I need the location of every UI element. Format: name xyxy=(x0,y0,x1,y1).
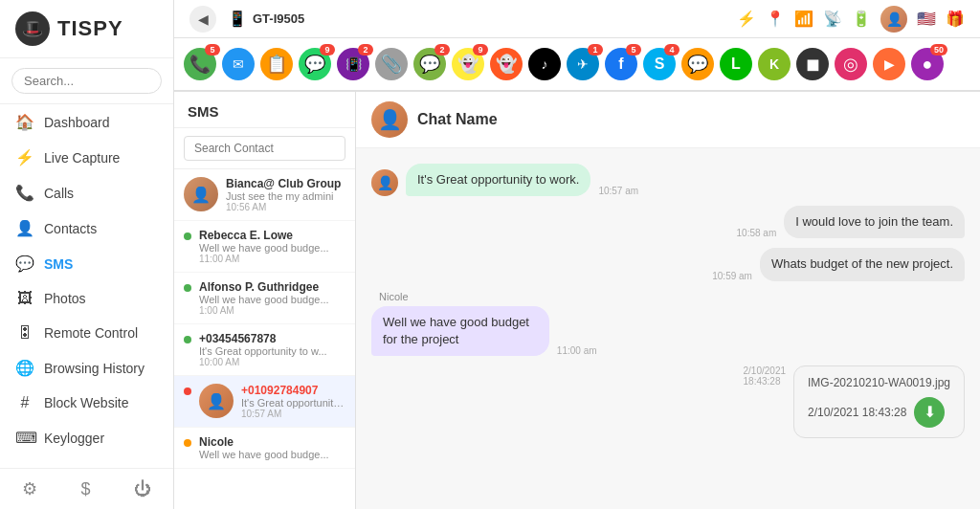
app-record[interactable]: ▶ xyxy=(873,48,905,80)
phone-badge: 5 xyxy=(205,44,220,55)
logo-area: 🎩 TISPY xyxy=(0,0,173,58)
contact-info-nicole: Nicole Well we have good budge... xyxy=(199,435,345,460)
home-icon: 🏠 xyxy=(15,113,34,131)
sidebar-bottom: ⚙ $ ⏻ xyxy=(0,468,173,509)
whatsapp-badge: 9 xyxy=(320,44,335,55)
sidebar-item-browsing-history[interactable]: 🌐 Browsing History xyxy=(0,350,173,386)
app-insta[interactable]: ◎ xyxy=(835,48,867,80)
file-datetime-5: 2/10/2021 18:43:28 xyxy=(808,406,906,419)
msg-bubble-3: Whats budget of the new project. xyxy=(760,248,965,280)
app-snapchat[interactable]: 👻 9 xyxy=(452,48,484,80)
sidebar-item-dashboard[interactable]: 🏠 Dashboard xyxy=(0,104,173,140)
line-app-icon: L xyxy=(720,48,752,80)
app-email[interactable]: ✉ xyxy=(222,48,255,80)
sidebar-item-label: Live Capture xyxy=(44,150,120,166)
contact-preview-rebecca: Well we have good budge... xyxy=(199,242,345,254)
msg-time-2: 10:58 am xyxy=(737,228,777,238)
sidebar-item-sms[interactable]: 💬 SMS xyxy=(0,246,173,281)
contact-dot-nicole xyxy=(184,439,191,447)
record-app-icon: ▶ xyxy=(873,48,905,80)
sidebar-item-label: Browsing History xyxy=(44,361,145,376)
photos-icon: 🖼 xyxy=(15,290,34,307)
app-clipboard[interactable]: 📋 xyxy=(260,48,293,80)
sidebar-item-photos[interactable]: 🖼 Photos xyxy=(0,281,173,316)
purple-badge: 50 xyxy=(930,44,947,55)
app-wechat[interactable]: 💬 2 xyxy=(413,48,446,80)
device-info: 📱 GT-I9505 xyxy=(228,10,304,28)
contact-preview-main: It's Great opportunity to w... xyxy=(241,397,345,409)
contact-item-rebecca[interactable]: Rebecca E. Lowe Well we have good budge.… xyxy=(174,221,355,273)
billing-icon[interactable]: $ xyxy=(80,479,90,499)
sidebar-item-calls[interactable]: 📞 Calls xyxy=(0,175,173,210)
msg-time-5: 2/10/202118:43:28 xyxy=(744,365,787,387)
block-website-icon: # xyxy=(15,394,34,411)
app-kik[interactable]: K xyxy=(758,48,791,80)
back-button[interactable]: ◀ xyxy=(189,6,216,33)
app-purple[interactable]: ● 50 xyxy=(911,48,944,80)
signal-icon: 📡 xyxy=(823,10,842,28)
msg-bubble-1: It's Great opportunity to work. xyxy=(406,164,590,196)
msg-time-4: 11:00 am xyxy=(557,345,597,356)
contact-name-nicole: Nicole xyxy=(199,435,345,449)
calls-icon: 📞 xyxy=(15,184,34,202)
skype-badge: 4 xyxy=(664,44,679,55)
email-app-icon: ✉ xyxy=(222,48,255,80)
sidebar-item-label: Contacts xyxy=(44,221,97,236)
gift-icon: 🎁 xyxy=(946,10,965,28)
wifi-icon: 📶 xyxy=(794,10,813,28)
sidebar-search-input[interactable] xyxy=(11,68,162,94)
chat-area: 👤 Chat Name 👤 It's Great opportunity to … xyxy=(356,92,980,509)
contact-info-bianca: Bianca@ Club Group Just see the my admin… xyxy=(226,177,345,212)
sidebar-item-label: SMS xyxy=(44,256,73,272)
app-viber[interactable]: 📳 2 xyxy=(337,48,369,80)
contact-info-number: +03454567878 It's Great opportunity to w… xyxy=(199,332,345,367)
msg-time-1: 10:57 am xyxy=(598,186,638,196)
settings-icon[interactable]: ⚙ xyxy=(22,478,37,499)
app-messenger[interactable]: 💬 xyxy=(681,48,714,80)
contact-dot-alfonso xyxy=(184,284,191,292)
app-skype[interactable]: S 4 xyxy=(643,48,676,80)
message-row-1: 👤 It's Great opportunity to work. 10:57 … xyxy=(371,164,965,196)
contact-avatar-main: 👤 xyxy=(199,384,234,418)
sidebar-item-block-website[interactable]: # Block Website xyxy=(0,386,173,420)
sidebar-item-label: Remote Control xyxy=(44,325,138,341)
sidebar-item-live-capture[interactable]: ⚡ Live Capture xyxy=(0,140,173,175)
app-facebook[interactable]: f 5 xyxy=(605,48,637,80)
sidebar-item-remote-control[interactable]: 🎛 Remote Control xyxy=(0,316,173,350)
file-row-5: 2/10/2021 18:43:28 ⬇ xyxy=(808,397,950,428)
app-snap2[interactable]: 👻 xyxy=(490,48,523,80)
app-whatsapp[interactable]: 💬 9 xyxy=(299,48,331,80)
app-phone[interactable]: 📞 5 xyxy=(184,48,216,80)
message-row-2: 10:58 am I would love to join the team. xyxy=(371,206,965,238)
messenger-app-icon: 💬 xyxy=(681,48,714,80)
content-area: SMS 👤 Bianca@ Club Group Just see the my… xyxy=(174,92,980,509)
app-bb[interactable]: ◼ xyxy=(796,48,829,80)
sidebar-item-keylogger[interactable]: ⌨ Keylogger xyxy=(0,420,173,455)
download-button-5[interactable]: ⬇ xyxy=(914,397,945,428)
power-icon[interactable]: ⏻ xyxy=(134,479,151,499)
sidebar-item-contacts[interactable]: 👤 Contacts xyxy=(0,210,173,246)
message-row-4: Well we have good budget for the project… xyxy=(371,306,668,356)
app-tiktok[interactable]: ♪ xyxy=(528,48,561,80)
contact-item-nicole[interactable]: Nicole Well we have good budge... xyxy=(174,428,355,469)
device-name: GT-I9505 xyxy=(253,11,304,26)
msg-sender-4: Nicole xyxy=(379,291,409,302)
contact-item-main[interactable]: 👤 +01092784907 It's Great opportunity to… xyxy=(174,376,355,428)
contact-time-bianca: 10:56 AM xyxy=(226,202,345,212)
tiktok-app-icon: ♪ xyxy=(528,48,561,80)
contact-item-bianca[interactable]: 👤 Bianca@ Club Group Just see the my adm… xyxy=(174,169,355,221)
topbar-right: ⚡ 📍 📶 📡 🔋 👤 🇺🇸 🎁 xyxy=(737,6,965,33)
msg-bubble-4: Well we have good budget for the project xyxy=(371,306,549,356)
app-gray[interactable]: 📎 xyxy=(375,48,408,80)
location-icon: 📍 xyxy=(766,10,785,28)
sms-search-input[interactable] xyxy=(184,136,345,161)
contact-item-number[interactable]: +03454567878 It's Great opportunity to w… xyxy=(174,324,355,376)
contact-time-main: 10:57 AM xyxy=(241,409,345,419)
contact-name-bianca: Bianca@ Club Group xyxy=(226,177,345,190)
app-telegram[interactable]: ✈ 1 xyxy=(567,48,599,80)
app-line[interactable]: L xyxy=(720,48,752,80)
contact-avatar-bianca: 👤 xyxy=(184,177,218,211)
contact-item-alfonso[interactable]: Alfonso P. Guthridgee Well we have good … xyxy=(174,273,355,324)
chat-name: Chat Name xyxy=(417,111,498,128)
contact-time-number: 10:00 AM xyxy=(199,357,345,367)
